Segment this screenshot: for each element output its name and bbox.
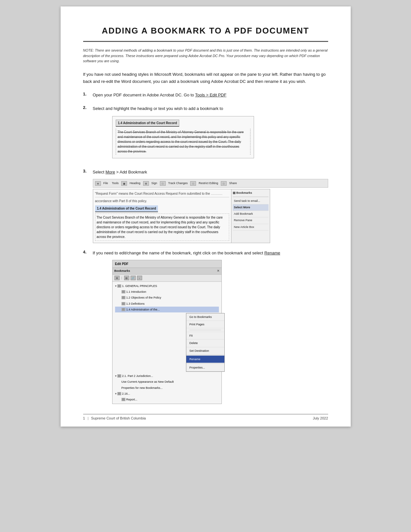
step2-screenshot: 1.4 Administration of the Court Record T…	[112, 116, 254, 158]
ctx-item-3	[186, 328, 224, 332]
step4-sep: |	[122, 276, 122, 281]
context-menu-container: Go to Bookmarks Print Pages Fit Delete S…	[141, 313, 219, 372]
step3-panel-item-3[interactable]: Add Bookmark	[233, 211, 269, 217]
tree-bk-icon-5: □	[122, 308, 125, 311]
footer-separator: |	[88, 416, 89, 420]
toolbar-icon-1: ⊕	[95, 181, 101, 186]
toolbar-icon-5: □	[190, 181, 196, 186]
screenshot1-heading: 1.4 Administration of the Court Record	[116, 120, 180, 127]
tree-bk-icon-4: □	[122, 302, 125, 305]
step-2-content: Select and highlight the heading or text…	[93, 105, 328, 162]
step3-main-area: "Request Form" means the Court Record Ac…	[93, 189, 328, 243]
select-more-label: Select More	[234, 206, 250, 209]
step4-icon-2: ▤	[124, 276, 129, 280]
ctx-item-2[interactable]: Print Pages	[186, 321, 224, 328]
step3-panel-item-2[interactable]: Select More	[233, 204, 269, 211]
ctx-item-rename[interactable]: Rename	[186, 356, 224, 363]
step4-icon-3: 🔗	[131, 276, 136, 280]
page-title: ADDING A BOOKMARK TO A PDF DOCUMENT	[83, 26, 328, 36]
step3-quote: "Request Form" means the Court Record Ac…	[95, 191, 229, 197]
step4-bookmarks-bar: Bookmarks ✕	[113, 268, 221, 274]
ctx-separator	[186, 355, 224, 355]
tree-label-7: Use Current Appearance as New Default	[122, 379, 174, 384]
footer-right: July 2022	[313, 416, 328, 420]
toolbar-icon-2: ▦	[121, 181, 127, 186]
step-1-number: 1.	[83, 92, 93, 96]
tree-label-1: 1. GENERAL PRINCIPLES	[122, 283, 157, 289]
step4-toolbar: ⊞ | ▤ 🔗 ↓	[113, 275, 221, 282]
tree-item-5: □ 1.4 Administration of the...	[115, 307, 219, 312]
step-2-text: Select and highlight the heading or text…	[93, 106, 223, 111]
tree-item-2: □ 1.1 Introduction	[115, 289, 219, 295]
screenshot1-body-text: The Court Services Branch of the Ministr…	[118, 130, 244, 153]
tree-label-6: 2.1. Part 2 Jurisdiction...	[122, 373, 153, 379]
tree-expand-6: ▾	[115, 373, 117, 379]
footer-date: July 2022	[313, 416, 328, 420]
step4-icon-1: ⊞	[114, 276, 120, 280]
tree-bk-icon-6: □	[117, 374, 121, 378]
steps-list: 1. Open your PDF document in Adobe Acrob…	[83, 92, 328, 404]
step4-screenshot: Edit PDF Bookmarks ✕ ⊞ | ▤ 🔗 ↓ ▾	[112, 260, 222, 404]
ctx-item-1[interactable]: Go to Bookmarks	[186, 313, 224, 321]
tree-item-4: □ 1.3 Definitions	[115, 301, 219, 307]
tree-expand-9: ▾	[115, 391, 117, 396]
step3-panel-item-4[interactable]: Remove Pane	[233, 217, 269, 224]
step-4-number: 4.	[83, 250, 93, 254]
toolbar-text-heading: Heading	[128, 180, 142, 186]
toolbar-text-tools: Tools	[111, 180, 120, 186]
step-1-content: Open your PDF document in Adobe Acrobat …	[93, 92, 328, 99]
step-3-more: More	[105, 170, 115, 174]
step-2-number: 2.	[83, 105, 93, 110]
step4-icon-4: ↓	[137, 276, 142, 280]
step3-body: The Court Services Branch of the Ministr…	[95, 213, 229, 241]
step3-screenshot-area: ⊕ File Tools ▦ Heading ⊞ Sign □ Track Ch…	[93, 179, 328, 243]
toolbar-text-sign: Sign	[150, 180, 159, 186]
toolbar-icon-6: □	[221, 181, 227, 186]
toolbar-text-file: File	[102, 180, 110, 186]
tree-item-7: Use Current Appearance as New Default	[115, 379, 219, 385]
toolbar-text-restrict: Restrict Editing	[197, 180, 220, 186]
step4-close-btn[interactable]: ✕	[217, 269, 220, 273]
step3-panel-header: ▤ Bookmarks	[233, 191, 269, 197]
screenshot1-body: The Court Services Branch of the Ministr…	[116, 129, 250, 155]
step4-header: Edit PDF	[113, 260, 221, 268]
ctx-item-properties[interactable]: Properties...	[186, 364, 224, 371]
step-3-content: Select More > Add Bookmark ⊕ File Tools …	[93, 169, 328, 243]
step4-bookmarks-label: Bookmarks	[114, 269, 130, 273]
step3-doc-area: "Request Form" means the Court Record Ac…	[93, 189, 231, 243]
context-menu: Go to Bookmarks Print Pages Fit Delete S…	[186, 313, 225, 372]
step-4: 4. If you need to edit/change the name o…	[83, 250, 328, 404]
page-footer: 1 | Supreme Court of British Columbia Ju…	[83, 414, 328, 420]
step-3: 3. Select More > Add Bookmark ⊕ File Too…	[83, 169, 328, 243]
tree-item-10: □ Report...	[115, 397, 219, 402]
tree-label-3: 1.2 Objectives of the Policy	[126, 295, 161, 300]
tree-label-2: 1.1 Introduction	[126, 289, 146, 294]
step3-toolbar: ⊕ File Tools ▦ Heading ⊞ Sign □ Track Ch…	[93, 179, 328, 188]
footer-left: 1 | Supreme Court of British Columbia	[83, 416, 146, 420]
step-3-number: 3.	[83, 169, 93, 173]
title-divider	[83, 41, 328, 42]
tree-item-9: ▾ □ 2.16...	[115, 391, 219, 397]
step3-panel-item-5[interactable]: New Article Box	[233, 224, 269, 231]
tree-label-5: 1.4 Administration of the...	[126, 307, 160, 312]
tree-expand-1: ▾	[115, 283, 117, 289]
ctx-item-4[interactable]: Fit	[186, 332, 224, 340]
intro-paragraph: If you have not used heading styles in M…	[83, 71, 328, 85]
tree-label-9: 2.16...	[122, 391, 130, 396]
step3-panel-item-1[interactable]: Send task to email...	[233, 198, 269, 204]
tree-bk-icon-3: □	[122, 296, 125, 299]
note-paragraph: NOTE: There are several methods of addin…	[83, 48, 328, 64]
step4-tree: ▾ □ 1. GENERAL PRINCIPLES □ 1.1 Introduc…	[113, 282, 221, 404]
step3-heading-highlight: 1.4 Administration of the Court Record	[95, 205, 158, 212]
ctx-item-6[interactable]: Set Destination	[186, 347, 224, 355]
tree-bk-icon-1: □	[117, 284, 121, 288]
tree-bk-icon-9: □	[117, 392, 121, 395]
step-2: 2. Select and highlight the heading or t…	[83, 105, 328, 162]
document-page: ADDING A BOOKMARK TO A PDF DOCUMENT NOTE…	[61, 6, 351, 427]
ctx-item-5[interactable]: Delete	[186, 340, 224, 347]
footer-organization: Supreme Court of British Columbia	[91, 416, 146, 420]
step-4-rename: Rename	[264, 251, 280, 255]
step-1-tool-path: Tools > Edit PDF	[195, 93, 226, 97]
tree-label-4: 1.3 Definitions	[126, 301, 145, 306]
toolbar-text-share: Share	[228, 180, 238, 186]
